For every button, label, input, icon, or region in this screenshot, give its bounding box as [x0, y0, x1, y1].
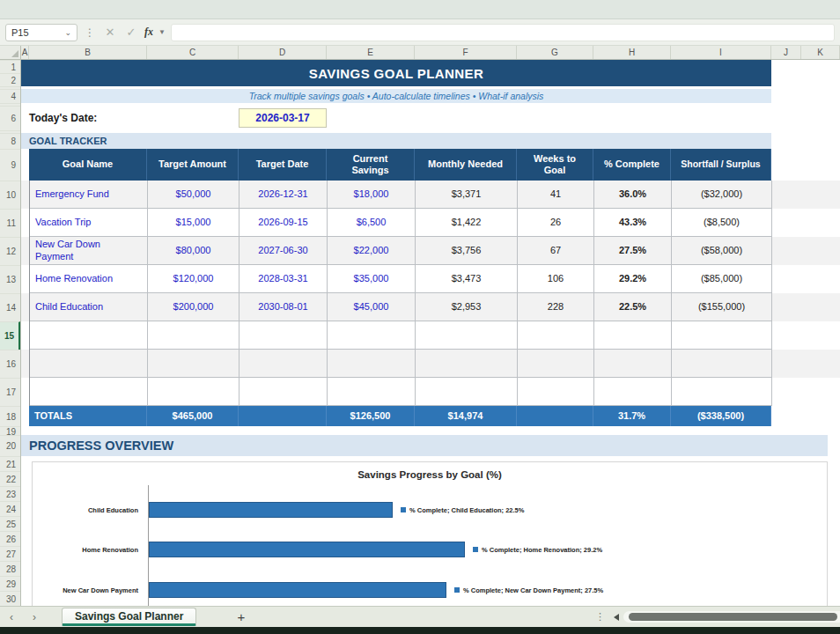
- table-cell[interactable]: $50,000: [148, 181, 239, 209]
- scroll-left-icon[interactable]: [614, 614, 619, 621]
- table-cell[interactable]: $45,000: [328, 293, 416, 321]
- row-header-6[interactable]: 6: [0, 106, 20, 130]
- empty-cell[interactable]: [672, 378, 772, 406]
- table-cell[interactable]: Vacation Trip: [30, 209, 148, 237]
- empty-cell[interactable]: [148, 378, 239, 406]
- add-sheet-button[interactable]: +: [237, 609, 245, 624]
- row-header-24[interactable]: 24: [0, 501, 20, 516]
- table-cell[interactable]: 2030-08-01: [239, 293, 328, 321]
- empty-cell[interactable]: [594, 321, 672, 350]
- table-cell[interactable]: Home Renovation: [30, 265, 148, 293]
- row-header-27[interactable]: 27: [0, 546, 20, 561]
- table-cell[interactable]: New Car Down Payment: [30, 237, 148, 265]
- empty-cell[interactable]: [148, 321, 239, 350]
- totals-cell[interactable]: ($338,500): [671, 406, 771, 426]
- table-cell[interactable]: $3,473: [416, 265, 518, 293]
- table-cell[interactable]: ($8,500): [672, 209, 772, 237]
- table-cell[interactable]: Emergency Fund: [30, 181, 148, 209]
- totals-cell[interactable]: [239, 406, 327, 426]
- table-cell[interactable]: 2026-09-15: [239, 209, 328, 237]
- row-header-8[interactable]: 8: [0, 133, 20, 149]
- row-header-10[interactable]: 10: [0, 181, 20, 209]
- row-header-18[interactable]: 18: [0, 406, 20, 426]
- row-header-13[interactable]: 13: [0, 265, 20, 293]
- row-header-23[interactable]: 23: [0, 486, 20, 501]
- column-header-A[interactable]: A: [21, 46, 29, 59]
- table-cell[interactable]: 67: [518, 237, 594, 265]
- table-cell[interactable]: 2026-12-31: [239, 181, 328, 209]
- column-header-C[interactable]: C: [147, 46, 239, 59]
- empty-cell[interactable]: [148, 350, 239, 378]
- progress-chart[interactable]: Savings Progress by Goal (%)Child Educat…: [32, 461, 828, 606]
- todays-date-cell[interactable]: 2026-03-17: [239, 108, 327, 128]
- totals-cell[interactable]: $126,500: [327, 406, 415, 426]
- table-cell[interactable]: 41: [518, 181, 594, 209]
- empty-cell[interactable]: [672, 350, 772, 378]
- table-header-4[interactable]: Monthly Needed: [415, 149, 517, 181]
- empty-cell[interactable]: [328, 350, 416, 378]
- column-header-H[interactable]: H: [593, 46, 671, 59]
- table-cell[interactable]: $15,000: [148, 209, 239, 237]
- table-cell[interactable]: $120,000: [148, 265, 239, 293]
- function-icon[interactable]: fx: [144, 26, 153, 39]
- table-header-0[interactable]: Goal Name: [29, 149, 147, 181]
- column-header-B[interactable]: B: [29, 46, 147, 59]
- row-header-28[interactable]: 28: [0, 561, 20, 576]
- chevron-down-icon[interactable]: ⌄: [64, 28, 71, 37]
- row-header-14[interactable]: 14: [0, 293, 20, 321]
- table-header-6[interactable]: % Complete: [593, 149, 671, 181]
- row-header-17[interactable]: 17: [0, 378, 20, 406]
- table-cell[interactable]: 26: [518, 209, 594, 237]
- empty-cell[interactable]: [239, 321, 328, 350]
- table-header-5[interactable]: Weeks to Goal: [517, 149, 593, 181]
- totals-cell[interactable]: 31.7%: [593, 406, 671, 426]
- row-header-4[interactable]: 4: [0, 89, 20, 103]
- totals-cell[interactable]: [517, 406, 593, 426]
- column-header-F[interactable]: F: [415, 46, 517, 59]
- table-cell[interactable]: ($85,000): [672, 265, 772, 293]
- empty-cell[interactable]: [239, 350, 328, 378]
- empty-cell[interactable]: [30, 350, 148, 378]
- row-header-9[interactable]: 9: [0, 149, 20, 181]
- empty-cell[interactable]: [518, 378, 594, 406]
- confirm-icon[interactable]: ✓: [123, 26, 139, 39]
- chart-bar[interactable]: [149, 582, 446, 598]
- row-header-11[interactable]: 11: [0, 209, 20, 237]
- row-header-16[interactable]: 16: [0, 350, 20, 378]
- totals-cell[interactable]: $465,000: [147, 406, 239, 426]
- row-header-20[interactable]: 20: [0, 435, 20, 456]
- horizontal-scrollbar-thumb[interactable]: [629, 613, 837, 621]
- table-cell[interactable]: 43.3%: [594, 209, 672, 237]
- select-all-corner[interactable]: [0, 46, 21, 59]
- row-header-15[interactable]: 15: [0, 321, 20, 350]
- table-cell[interactable]: 2027-06-30: [239, 237, 328, 265]
- table-cell[interactable]: $3,756: [416, 237, 518, 265]
- table-cell[interactable]: $35,000: [328, 265, 416, 293]
- table-cell[interactable]: 228: [518, 293, 594, 321]
- table-cell[interactable]: 27.5%: [594, 237, 672, 265]
- table-cell[interactable]: $200,000: [148, 293, 239, 321]
- empty-cell[interactable]: [594, 350, 672, 378]
- table-cell[interactable]: 36.0%: [594, 181, 672, 209]
- tab-savings-goal-planner[interactable]: Savings Goal Planner: [62, 608, 196, 626]
- table-header-1[interactable]: Target Amount: [147, 149, 239, 181]
- table-cell[interactable]: $18,000: [328, 181, 416, 209]
- row-header-29[interactable]: 29: [0, 576, 20, 591]
- chart-bar[interactable]: [149, 502, 393, 518]
- table-header-2[interactable]: Target Date: [239, 149, 327, 181]
- table-cell[interactable]: 29.2%: [594, 265, 672, 293]
- row-header-22[interactable]: 22: [0, 471, 20, 486]
- table-cell[interactable]: $1,422: [416, 209, 518, 237]
- empty-cell[interactable]: [239, 378, 328, 406]
- scrollbar-grip-icon[interactable]: ⋮: [595, 611, 605, 623]
- empty-cell[interactable]: [30, 378, 148, 406]
- column-header-J[interactable]: J: [771, 46, 801, 59]
- row-header-26[interactable]: 26: [0, 531, 20, 546]
- horizontal-scrollbar[interactable]: [623, 611, 840, 623]
- column-header-D[interactable]: D: [239, 46, 327, 59]
- fx-chevron-down-icon[interactable]: ▼: [158, 28, 166, 36]
- table-cell[interactable]: ($32,000): [672, 181, 772, 209]
- column-header-I[interactable]: I: [671, 46, 771, 59]
- empty-cell[interactable]: [594, 378, 672, 406]
- totals-cell[interactable]: TOTALS: [29, 406, 147, 426]
